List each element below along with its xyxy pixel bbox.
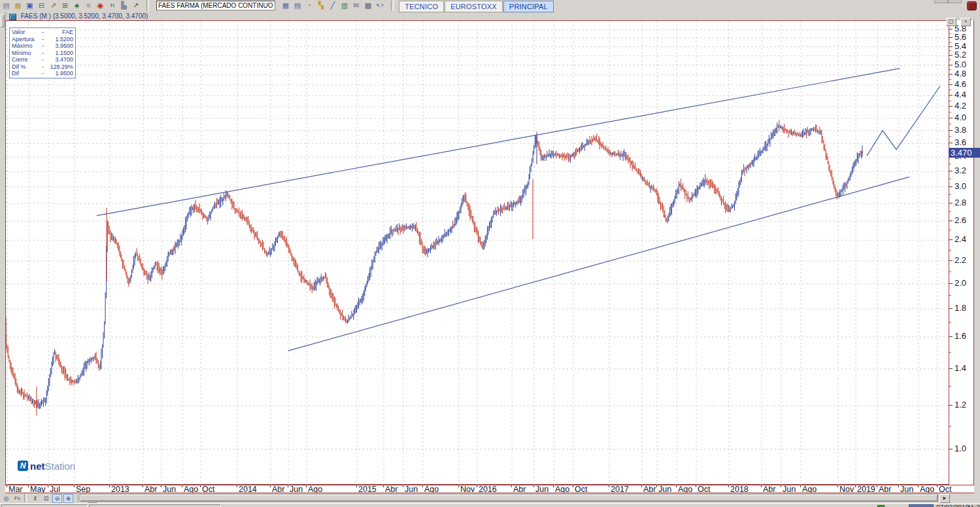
time-tick	[761, 485, 762, 487]
price-tick-label: 2.4	[955, 235, 966, 244]
tab-tecnico[interactable]: TECNICO	[399, 1, 444, 12]
time-tick	[937, 485, 938, 487]
chart-snapshot-icon[interactable]: ▚	[315, 1, 326, 10]
market-tree-icon[interactable]: ♣	[71, 1, 82, 10]
bar-chart-icon[interactable]: ▥	[339, 1, 350, 10]
time-tick-label: 2013	[111, 485, 129, 493]
cutoff-window-button[interactable]	[934, 0, 948, 3]
time-tick-label: Ago	[184, 485, 198, 493]
chart-window-controls: ▢ ×	[945, 18, 971, 29]
fit-vertical-icon[interactable]: ⇕	[30, 494, 40, 503]
price-tick	[949, 118, 953, 118]
chart-editor-icon[interactable]: ▩	[362, 1, 373, 10]
time-tick-label: Abr	[385, 485, 397, 493]
price-tick	[949, 368, 953, 369]
status-time: 11:35	[968, 504, 980, 507]
time-axis[interactable]: MarMayJulSep2013AbrJunAgoOct2014AbrJunAg…	[5, 485, 974, 493]
time-tick-label: Oct	[698, 485, 710, 493]
scrollbar-thumb[interactable]	[80, 495, 938, 501]
save-icon[interactable]: ▣	[24, 1, 35, 10]
price-scale-icon[interactable]: Fc	[12, 494, 22, 503]
time-tick-label: Oct	[939, 485, 951, 493]
time-tick	[200, 485, 201, 487]
depth-board-icon[interactable]: ▤	[292, 1, 303, 10]
time-tick-label: Mar	[8, 485, 23, 493]
last-price-tag: 3.470	[949, 148, 980, 158]
symbol-input[interactable]	[156, 1, 275, 10]
price-tick	[949, 143, 953, 143]
price-minor-tick	[949, 211, 951, 212]
restore-window-button[interactable]: ▢	[946, 18, 956, 26]
send-chart-icon[interactable]: ↗	[130, 1, 141, 10]
zoom-area-icon[interactable]: ⊡	[41, 494, 51, 503]
price-tick	[949, 74, 953, 75]
price-minor-tick	[949, 250, 951, 251]
time-tick	[533, 485, 534, 487]
time-tick	[161, 485, 161, 487]
time-tick	[143, 485, 143, 487]
text-tool-icon[interactable]: Tt	[107, 1, 118, 10]
time-sales-icon[interactable]: ◔	[303, 1, 314, 10]
zoom-out-icon[interactable]: ⊖	[52, 494, 62, 503]
time-tick	[28, 485, 29, 487]
close-window-button[interactable]: ×	[960, 18, 971, 26]
status-date: 07/03/2019	[936, 504, 969, 507]
time-tick	[728, 485, 729, 487]
price-tick	[949, 130, 953, 131]
price-minor-tick	[949, 42, 951, 43]
export-folder-icon[interactable]: ⇗	[48, 1, 59, 10]
new-document-icon[interactable]: ▤	[1, 1, 12, 10]
time-tick-label: Nov	[839, 485, 854, 493]
rising-chart-icon[interactable]: ╱	[327, 1, 338, 10]
statistics-icon[interactable]: ▙	[118, 1, 129, 10]
time-tick-label: Ago	[802, 485, 817, 493]
price-tick-label: 2.2	[955, 256, 966, 265]
price-tick	[949, 260, 953, 261]
comments-icon[interactable]: ✉	[350, 1, 362, 10]
cutoff-window-button[interactable]	[948, 0, 962, 3]
time-tick-label: 2014	[239, 485, 257, 493]
price-tick-label: 3.6	[955, 138, 966, 147]
chart-properties-icon[interactable]: ◎	[1, 494, 11, 503]
time-tick	[656, 485, 657, 487]
price-tick-label: 4.2	[955, 101, 966, 111]
time-tick-label: 2015	[358, 485, 377, 493]
quotes-table-icon[interactable]: ▦	[280, 1, 291, 10]
price-tick-label: 1.4	[955, 364, 966, 373]
time-tick	[48, 485, 48, 487]
time-tick-label: Nov	[460, 485, 475, 493]
chart-plot-area[interactable]: Valor-FAEApertura-1.5200Máximo-3.9500Mín…	[5, 20, 949, 485]
price-minor-tick	[949, 33, 951, 34]
time-tick-label: Ago	[308, 485, 322, 493]
scroll-right-icon[interactable]: ►	[939, 494, 950, 503]
info-row: Apertura-1.5200	[10, 36, 75, 43]
price-tick-label: 2.8	[955, 198, 966, 207]
price-tick-label: 4.8	[955, 69, 966, 79]
print-icon[interactable]: ⊟	[36, 1, 47, 10]
price-minor-tick	[949, 271, 951, 272]
time-tick	[918, 485, 919, 487]
workspace-tabs: TECNICOEUROSTOXXPRINCIPAL	[399, 0, 554, 11]
time-tick	[270, 485, 271, 487]
price-tick	[949, 239, 953, 240]
time-tick-label: Jun	[535, 485, 549, 493]
copy-pages-icon[interactable]: ⊞	[59, 1, 71, 10]
zoom-in-icon[interactable]: ⊕	[63, 494, 73, 503]
tab-eurostoxx[interactable]: EUROSTOXX	[445, 1, 503, 12]
price-tick	[949, 65, 953, 65]
layers-icon[interactable]: ≡	[83, 1, 94, 10]
netstation-window: ▤▦▣⊟⇗⊞♣≡◉Tt▙↗ ▦▤◔▚╱▥✉▩↖? TECNICOEUROSTOX…	[0, 0, 980, 507]
time-tick	[237, 485, 237, 487]
horizontal-scrollbar[interactable]	[80, 494, 938, 502]
tab-principal[interactable]: PRINCIPAL	[503, 1, 554, 12]
chart-window-titlebar[interactable]: FAES (M ) (3.5000, 3.5200, 3.4700, 3.470…	[5, 12, 975, 20]
alarm-bell-icon[interactable]: ◉	[95, 1, 106, 10]
price-tick-label: 3.2	[955, 166, 966, 175]
time-tick-label: Abr	[643, 485, 656, 493]
price-axis[interactable]: 5.85.65.45.25.04.84.64.44.24.03.83.63.43…	[949, 20, 974, 485]
open-folder-icon[interactable]: ▦	[12, 1, 24, 10]
right-gutter	[974, 20, 980, 493]
price-minor-tick	[949, 60, 951, 60]
context-help-icon[interactable]: ↖?	[374, 1, 385, 10]
time-tick-label: Oct	[575, 485, 587, 493]
